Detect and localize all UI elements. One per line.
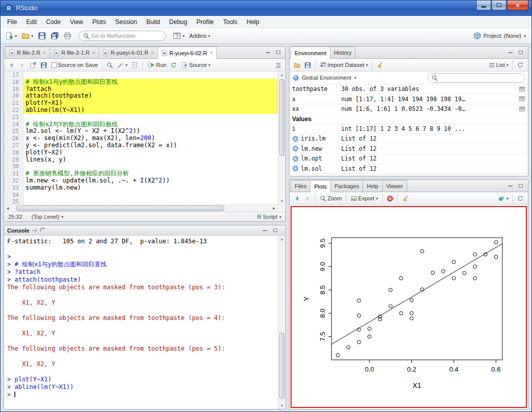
code-tools-button[interactable]: ▾ bbox=[116, 61, 129, 70]
menu-item-session[interactable]: Session bbox=[110, 16, 142, 28]
pane-maximize-button[interactable] bbox=[517, 182, 525, 190]
plot-canvas[interactable]: 0.00.20.40.67.58.08.59.09.5X1Y bbox=[291, 206, 527, 408]
close-tab-icon[interactable]: × bbox=[210, 50, 213, 56]
zoom-plot-button[interactable]: Zoom bbox=[318, 194, 343, 203]
window-close-button[interactable]: × bbox=[507, 1, 528, 10]
code-line[interactable]: 25lm2.sol <- lm(Y ~ X2 + I(X2^2)) bbox=[4, 128, 278, 135]
menu-item-profile[interactable]: Profile bbox=[192, 16, 218, 28]
clear-all-plots-button[interactable] bbox=[401, 194, 410, 203]
code-line[interactable]: 21plot(Y~X1) bbox=[4, 100, 278, 107]
environment-tab-environment[interactable]: Environment bbox=[291, 47, 330, 59]
pane-maximize-button[interactable] bbox=[274, 49, 282, 56]
close-tab-icon[interactable]: × bbox=[151, 50, 154, 56]
run-button[interactable]: Run bbox=[145, 60, 168, 70]
code-line[interactable]: 22abline(lm(Y~X1)) bbox=[4, 107, 278, 114]
window-minimize-button[interactable] bbox=[476, 1, 491, 10]
pane-maximize-button[interactable] bbox=[517, 49, 525, 56]
publish-plot-button[interactable]: ▾ bbox=[497, 194, 510, 203]
plots-tab-packages[interactable]: Packages bbox=[330, 180, 363, 192]
env-row-i[interactable]: iint [1:17] 1 2 3 4 5 6 7 8 9 10 ... bbox=[290, 124, 528, 134]
open-dir-icon[interactable] bbox=[39, 227, 46, 234]
save-button[interactable] bbox=[36, 31, 48, 41]
clear-environment-button[interactable] bbox=[375, 61, 385, 70]
next-plot-button[interactable] bbox=[303, 194, 313, 203]
project-selector[interactable]: Project: (None) ▾ bbox=[471, 31, 528, 41]
plots-tab-help[interactable]: Help bbox=[363, 180, 383, 192]
menu-item-build[interactable]: Build bbox=[142, 16, 165, 28]
editor-vertical-scrollbar[interactable]: ▲ ▼ bbox=[278, 72, 285, 204]
compile-notebook-button[interactable] bbox=[130, 61, 140, 70]
load-workspace-button[interactable] bbox=[292, 61, 302, 70]
code-line[interactable]: 17 bbox=[4, 72, 278, 79]
open-file-button[interactable]: ▾ bbox=[20, 31, 35, 41]
save-source-button[interactable] bbox=[39, 61, 49, 70]
scrollbar-thumb[interactable] bbox=[279, 79, 284, 156]
console-vertical-scrollbar[interactable]: ▲ ▼ bbox=[278, 236, 285, 409]
previous-plot-button[interactable] bbox=[292, 194, 302, 203]
menu-item-help[interactable]: Help bbox=[242, 16, 264, 28]
pane-minimize-button[interactable] bbox=[261, 227, 269, 234]
code-editor[interactable]: 1718# 绘制x1与y的散点图和回归直线19?attach20attach(t… bbox=[4, 72, 278, 204]
menu-item-code[interactable]: Code bbox=[41, 16, 65, 28]
import-dataset-button[interactable]: Import Dataset▾ bbox=[318, 61, 369, 70]
view-data-icon[interactable] bbox=[519, 86, 525, 93]
code-line[interactable]: 30 bbox=[4, 163, 278, 170]
environment-tab-history[interactable]: History bbox=[330, 47, 356, 58]
source-on-save-checkbox[interactable]: Source on Save bbox=[50, 61, 99, 69]
env-row-iris-lm[interactable]: iris.lmList of 12 bbox=[290, 134, 528, 144]
print-button[interactable] bbox=[62, 31, 73, 41]
console-input-area[interactable]: F-statistic: 105 on 2 and 27 DF, p-value… bbox=[4, 236, 278, 409]
titlebar[interactable]: R RStudio × bbox=[1, 1, 531, 16]
scrollbar-thumb[interactable] bbox=[279, 333, 284, 399]
popout-button[interactable] bbox=[28, 61, 38, 70]
pane-layout-button[interactable]: ▾ bbox=[171, 31, 186, 41]
env-row-xx[interactable]: xxnum [1:6, 1:6] 1 0.0523 -0.3434 -0… bbox=[290, 104, 528, 115]
menu-item-view[interactable]: View bbox=[65, 16, 88, 28]
source-button[interactable]: Source▾ bbox=[180, 61, 212, 70]
environment-scope-selector[interactable]: Global Environment bbox=[302, 75, 351, 81]
menu-item-edit[interactable]: Edit bbox=[21, 16, 41, 28]
menu-item-plots[interactable]: Plots bbox=[88, 16, 111, 28]
close-tab-icon[interactable]: × bbox=[92, 50, 95, 56]
code-line[interactable]: 19?attach bbox=[4, 86, 278, 93]
save-all-button[interactable] bbox=[49, 31, 60, 41]
code-line[interactable]: 29lines(x, y) bbox=[4, 156, 278, 164]
editor-horizontal-scrollbar[interactable]: ◀ ▶ bbox=[4, 204, 285, 212]
document-outline-button[interactable] bbox=[273, 61, 283, 70]
env-row-lm-opt[interactable]: lm.optList of 12 bbox=[290, 154, 528, 164]
source-tab-r-yueyi-6-01-r[interactable]: RR-yueyi-6-01.R× bbox=[99, 47, 158, 58]
export-plot-button[interactable]: Export▾ bbox=[349, 194, 380, 203]
goto-file-input[interactable] bbox=[92, 33, 162, 39]
source-tab-r-file-2-r[interactable]: RR file-2.R× bbox=[5, 47, 50, 58]
pane-minimize-button[interactable] bbox=[506, 182, 515, 190]
plots-tab-viewer[interactable]: Viewer bbox=[382, 180, 407, 192]
find-replace-button[interactable] bbox=[105, 61, 115, 70]
source-tab-r-file-2-1-r[interactable]: RR file-2-1.R× bbox=[50, 47, 99, 58]
code-line[interactable]: 20attach(toothpaste) bbox=[4, 93, 278, 100]
remove-plot-button[interactable] bbox=[385, 194, 395, 203]
pane-maximize-button[interactable] bbox=[271, 227, 279, 234]
environment-search-input[interactable] bbox=[440, 75, 521, 81]
pane-minimize-button[interactable] bbox=[264, 49, 272, 56]
menu-item-debug[interactable]: Debug bbox=[165, 16, 192, 28]
code-line[interactable]: 26x <- seq(min(X2), max(X2), len=200) bbox=[4, 135, 278, 142]
file-type-selector[interactable]: R Script▾ bbox=[257, 214, 281, 220]
view-data-icon[interactable] bbox=[519, 106, 525, 112]
nav-back-button[interactable] bbox=[7, 61, 16, 70]
code-line[interactable]: 28plot(Y~X2) bbox=[4, 149, 278, 156]
code-line[interactable]: 32lm.new <- update(lm.sol, .~. + I(X2^2)… bbox=[4, 177, 278, 185]
list-view-button[interactable]: List▾ bbox=[487, 61, 510, 70]
code-line[interactable]: 35 bbox=[4, 198, 278, 204]
source-tab-r-yueyi-6-02-r[interactable]: RR-yueyi-6-02.R× bbox=[158, 47, 217, 59]
nav-forward-button[interactable] bbox=[17, 61, 27, 70]
menu-item-tools[interactable]: Tools bbox=[218, 16, 242, 28]
addins-button[interactable]: Addins▾ bbox=[188, 32, 212, 40]
pane-minimize-button[interactable] bbox=[506, 49, 515, 56]
refresh-plot-button[interactable] bbox=[516, 194, 525, 203]
rerun-button[interactable] bbox=[169, 61, 179, 70]
env-row-lm-new[interactable]: lm.newList of 12 bbox=[290, 144, 528, 154]
save-workspace-button[interactable] bbox=[303, 61, 313, 70]
env-row-toothpaste[interactable]: toothpaste30 obs. of 3 variables bbox=[290, 84, 528, 95]
plots-tab-plots[interactable]: Plots bbox=[310, 180, 330, 192]
scrollbar-thumb[interactable] bbox=[16, 205, 224, 211]
